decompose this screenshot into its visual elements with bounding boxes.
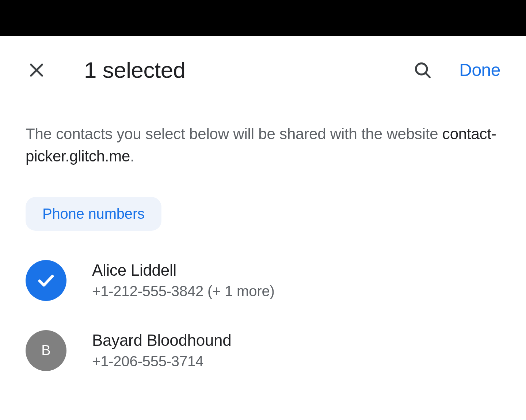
avatar-selected [26,260,66,301]
description-prefix: The contacts you select below will be sh… [26,125,442,142]
chip-phone-numbers[interactable]: Phone numbers [26,197,161,231]
contact-list: Alice Liddell +1-212-555-3842 (+ 1 more)… [26,260,500,371]
contact-info: Bayard Bloodhound +1-206-555-3714 [92,331,231,370]
contact-info: Alice Liddell +1-212-555-3842 (+ 1 more) [92,261,275,299]
contact-row[interactable]: B Bayard Bloodhound +1-206-555-3714 [26,330,500,371]
search-icon [413,61,432,80]
page-title: 1 selected [84,57,401,83]
share-description: The contacts you select below will be sh… [26,123,500,168]
header-bar: 1 selected Done [26,36,500,98]
contact-phone: +1-206-555-3714 [92,353,231,370]
avatar-initial-letter: B [41,343,50,358]
close-icon [27,61,46,80]
close-button[interactable] [26,59,47,81]
contact-name: Alice Liddell [92,261,275,279]
svg-line-3 [426,73,430,77]
done-button[interactable]: Done [459,60,500,80]
status-bar [0,0,526,36]
contact-phone: +1-212-555-3842 (+ 1 more) [92,283,275,299]
check-icon [36,270,56,291]
contact-name: Bayard Bloodhound [92,331,231,350]
chip-row: Phone numbers [26,197,500,231]
avatar-initial: B [26,330,66,371]
contact-row[interactable]: Alice Liddell +1-212-555-3842 (+ 1 more) [26,260,500,301]
search-button[interactable] [412,59,434,81]
description-suffix: . [130,148,134,165]
